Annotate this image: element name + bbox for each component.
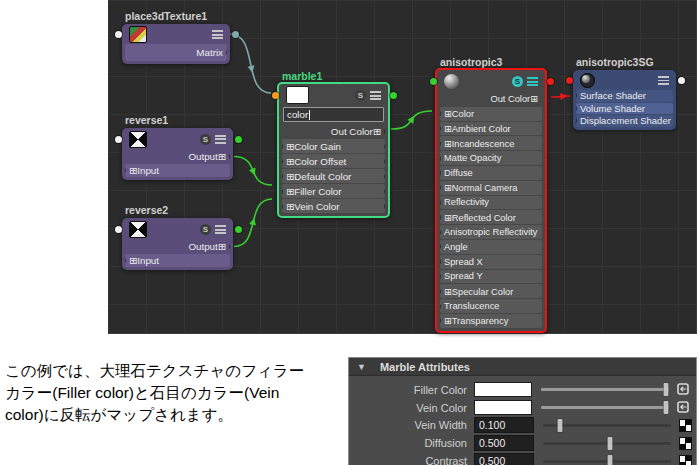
slider[interactable] — [543, 455, 671, 465]
node-row[interactable]: Output⊞ — [125, 240, 230, 253]
checker-map-icon[interactable] — [679, 455, 692, 465]
node-row-label: Volume Shader — [580, 103, 645, 114]
node-row[interactable]: Out Color⊞ — [282, 124, 385, 138]
menu-icon[interactable] — [370, 91, 381, 100]
node-editor-canvas[interactable]: place3dTexture1Matrixreverse1SOutput⊞⊞In… — [108, 0, 697, 334]
input-port[interactable] — [115, 226, 122, 233]
node-row[interactable]: Spread Y — [440, 270, 542, 284]
node-row[interactable]: ⊞Color — [440, 107, 542, 121]
node-row[interactable]: Surface Shader — [576, 90, 673, 102]
node-row-label: Output⊞ — [188, 151, 226, 162]
node-row[interactable]: ⊞Normal Camera — [440, 181, 542, 195]
slider[interactable] — [543, 419, 671, 432]
marble-attributes-section-header[interactable]: ▼ Marble Attributes — [349, 358, 696, 376]
slider-handle[interactable] — [607, 455, 612, 465]
node-row[interactable]: Volume Shader — [576, 103, 673, 115]
collapse-arrow-icon[interactable]: ▼ — [357, 362, 366, 372]
value-field[interactable]: 0.100 — [474, 417, 534, 433]
node-row[interactable]: Angle — [440, 240, 542, 254]
output-port[interactable] — [390, 92, 397, 99]
s-badge-icon: S — [200, 134, 211, 145]
menu-icon[interactable] — [215, 225, 226, 234]
slider-handle[interactable] — [557, 419, 562, 432]
node-row[interactable]: ⊞Input — [125, 254, 230, 267]
node-row[interactable]: ⊞Incandescence — [440, 136, 542, 150]
menu-icon[interactable] — [527, 77, 538, 86]
output-port[interactable] — [547, 78, 554, 85]
caption-line-3: color)に反転がマップされます。 — [5, 404, 345, 426]
node-row[interactable]: Displacement Shader — [576, 115, 673, 127]
slider-handle[interactable] — [664, 401, 669, 414]
menu-icon[interactable] — [212, 30, 223, 39]
node-bottom-pad — [573, 128, 676, 130]
node-row[interactable]: Anisotropic Reflectivity — [440, 225, 542, 239]
input-port[interactable] — [430, 78, 437, 85]
slider[interactable] — [541, 383, 669, 396]
output-port[interactable] — [232, 31, 239, 38]
node-row[interactable]: Translucence — [440, 299, 542, 313]
node-row[interactable]: ⊞Transparency — [440, 314, 542, 328]
caption-text: この例では、大理石テクスチャのフィラー カラー(Filler color)と石目… — [5, 360, 345, 426]
attribute-label: Vein Color — [349, 402, 467, 414]
node-bottom-pad — [122, 62, 230, 64]
input-port[interactable] — [115, 31, 122, 38]
input-port[interactable] — [115, 136, 122, 143]
node-row[interactable]: ⊞Ambient Color — [440, 122, 542, 136]
node-row[interactable]: ⊞Default Color — [282, 169, 385, 183]
node-row[interactable]: ⊞Reflected Color — [440, 210, 542, 224]
color-swatch[interactable] — [474, 400, 532, 415]
input-port[interactable] — [566, 77, 573, 84]
node-header — [122, 24, 230, 44]
node-place3dTexture1[interactable]: place3dTexture1Matrix — [122, 24, 230, 64]
node-row-label: ⊞Normal Camera — [444, 182, 517, 193]
color-swatch[interactable] — [474, 382, 532, 397]
connection-input-icon[interactable] — [677, 401, 689, 415]
node-row[interactable]: Out Color⊞▲ — [440, 92, 542, 106]
node-row-label: Angle — [444, 242, 468, 252]
node-row[interactable]: Output⊞ — [125, 150, 230, 163]
node-anisotropic3[interactable]: anisotropic3SOut Color⊞▲⊞Color⊞Ambient C… — [435, 68, 547, 333]
marble-attributes-panel: ▼ Marble Attributes Filler ColorVein Col… — [348, 357, 697, 465]
node-row[interactable]: Reflectivity — [440, 196, 542, 210]
node-row[interactable]: ⊞Vein Color — [282, 199, 385, 213]
menu-icon[interactable] — [215, 135, 226, 144]
node-title: reverse2 — [125, 204, 168, 216]
output-port[interactable] — [235, 136, 242, 143]
value-field[interactable]: 0.500 — [474, 453, 534, 465]
node-row[interactable]: ⊞Specular Color — [440, 284, 542, 298]
node-row-label: Displacement Shader — [580, 115, 671, 126]
reverse-icon — [129, 221, 147, 238]
caption-line-2: カラー(Filler color)と石目のカラー(Vein — [5, 382, 345, 404]
output-port[interactable] — [235, 226, 242, 233]
node-reverse1[interactable]: reverse1SOutput⊞⊞Input — [122, 128, 233, 180]
slider-handle[interactable] — [607, 437, 612, 450]
node-row[interactable]: ⊞Input — [125, 164, 230, 177]
slider[interactable] — [543, 437, 671, 450]
output-port[interactable] — [678, 77, 685, 84]
node-reverse2[interactable]: reverse2SOutput⊞⊞Input — [122, 218, 233, 270]
value-field[interactable]: 0.500 — [474, 435, 534, 451]
node-row[interactable]: Diffuse — [440, 166, 542, 180]
slider-handle[interactable] — [664, 383, 669, 396]
node-anisotropic3SG[interactable]: anisotropic3SGSurface ShaderVolume Shade… — [573, 70, 676, 130]
node-row[interactable]: Matrix — [125, 44, 227, 61]
node-bottom-pad — [279, 214, 388, 216]
menu-icon[interactable] — [658, 76, 669, 85]
checker-map-icon[interactable] — [679, 419, 692, 432]
input-port[interactable] — [272, 92, 279, 99]
node-row-label: ⊞Specular Color — [444, 286, 513, 297]
slider[interactable] — [541, 401, 669, 414]
connection-input-icon[interactable] — [677, 383, 689, 397]
node-row[interactable]: Spread X — [440, 255, 542, 269]
wire-matrix-to-marble1[interactable] — [230, 34, 271, 93]
node-row[interactable]: ⊞Color Offset — [282, 154, 385, 168]
node-row[interactable]: ⊞Filler Color — [282, 184, 385, 198]
node-row-label: ⊞Incandescence — [444, 138, 514, 149]
node-row[interactable]: Matte Opacity — [440, 151, 542, 165]
checker-map-icon[interactable] — [679, 437, 692, 450]
node-title: marble1 — [282, 70, 322, 82]
node-marble1[interactable]: marble1ScolorOut Color⊞⊞Color Gain⊞Color… — [277, 82, 390, 218]
rename-input[interactable]: color — [283, 107, 384, 122]
node-row[interactable]: ⊞Color Gain — [282, 139, 385, 153]
color-swatch[interactable] — [286, 86, 309, 104]
